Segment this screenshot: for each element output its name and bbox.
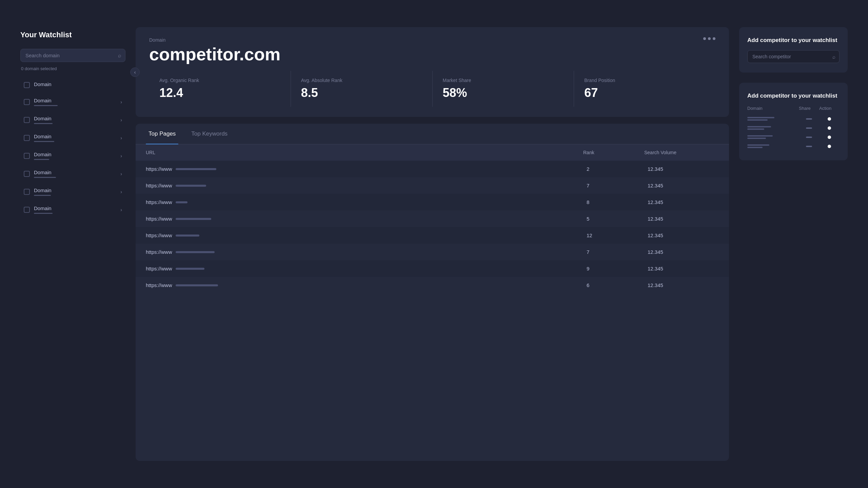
chevron-right-icon: › <box>120 99 122 105</box>
wl-action[interactable] <box>819 126 840 130</box>
stat-label: Avg. Absolute Rank <box>301 78 422 83</box>
list-item[interactable] <box>747 142 840 151</box>
url-cell: https://www <box>146 183 583 188</box>
table-row[interactable]: https://www 7 12.345 <box>136 244 729 260</box>
list-item[interactable]: Domain › <box>20 129 125 147</box>
stat-value: 67 <box>584 86 705 100</box>
domain-checkbox[interactable] <box>24 117 30 123</box>
wl-action[interactable] <box>819 136 840 139</box>
domain-bar <box>34 105 58 106</box>
domain-bar <box>34 177 56 178</box>
list-item[interactable] <box>747 123 840 133</box>
stat-absolute-rank: Avg. Absolute Rank 8.5 <box>291 71 432 107</box>
domain-info: Domain <box>34 98 116 106</box>
domain-checkbox[interactable] <box>24 189 30 195</box>
list-item[interactable]: Domain › <box>20 111 125 129</box>
domain-checkbox[interactable] <box>24 99 30 105</box>
table-row[interactable]: https://www 9 12.345 <box>136 260 729 277</box>
url-text: https://www <box>146 183 172 188</box>
table-row[interactable]: https://www 6 12.345 <box>136 277 729 293</box>
stats-row: Avg. Organic Rank 12.4 Avg. Absolute Ran… <box>149 71 715 107</box>
wl-bar <box>747 128 764 130</box>
table-row[interactable]: https://www 8 12.345 <box>136 194 729 210</box>
list-item[interactable]: Domain › <box>20 201 125 219</box>
chevron-right-icon: › <box>120 135 122 141</box>
url-text: https://www <box>146 232 172 238</box>
watchlist-card: Add competitor to your watchlist Domain … <box>739 83 848 160</box>
domain-checkbox[interactable] <box>24 135 30 141</box>
chevron-right-icon: › <box>120 171 122 177</box>
competitor-search: ⌕ <box>747 50 840 63</box>
domain-bar <box>34 159 49 160</box>
right-panel: Add competitor to your watchlist ⌕ Add c… <box>739 27 848 461</box>
action-dot <box>828 126 831 130</box>
volume-cell: 12.345 <box>644 183 719 188</box>
tab-top-pages[interactable]: Top Pages <box>146 124 178 144</box>
stat-value: 8.5 <box>301 86 422 100</box>
stat-market-share: Market Share 58% <box>432 71 574 107</box>
domain-bar <box>34 195 51 196</box>
domain-name: Domain <box>34 116 116 121</box>
dots-menu[interactable] <box>703 37 715 40</box>
volume-cell: 12.345 <box>644 166 719 172</box>
volume-cell: 12.345 <box>644 282 719 288</box>
wl-bar <box>747 138 766 139</box>
domain-name: Domain <box>34 205 116 211</box>
action-dot <box>828 117 831 121</box>
search-competitor-input[interactable] <box>747 50 840 63</box>
stat-label: Avg. Organic Rank <box>159 78 280 83</box>
table-card: Top Pages Top Keywords URL Rank Search V… <box>136 124 729 461</box>
col-rank: Rank <box>583 150 644 155</box>
sidebar-title: Your Watchlist <box>20 30 125 39</box>
stat-value: 58% <box>443 86 564 100</box>
wl-share-bar <box>806 137 812 138</box>
url-cell: https://www <box>146 232 583 238</box>
url-text: https://www <box>146 216 172 222</box>
tab-top-keywords[interactable]: Top Keywords <box>189 124 230 144</box>
domain-checkbox[interactable] <box>24 207 30 213</box>
domain-name: Domain <box>34 187 116 193</box>
search-domain-input[interactable] <box>20 49 125 62</box>
url-cell: https://www <box>146 266 583 271</box>
url-cell: https://www <box>146 166 583 172</box>
collapse-button[interactable]: ‹ <box>130 67 140 77</box>
table-row[interactable]: https://www 12 12.345 <box>136 227 729 244</box>
search-box: ⌕ <box>20 49 125 62</box>
wl-bar <box>747 126 771 127</box>
domain-name: Domain <box>34 98 116 103</box>
url-bar <box>176 284 218 286</box>
domain-name: Domain <box>34 134 116 139</box>
list-item[interactable] <box>747 114 840 123</box>
list-item[interactable]: Domain › <box>20 93 125 111</box>
wl-share <box>799 118 819 120</box>
watchlist-header: Domain Share Action <box>747 106 840 111</box>
url-cell: https://www <box>146 249 583 255</box>
wl-bar <box>747 117 774 118</box>
domain-checkbox[interactable] <box>24 153 30 159</box>
table-row[interactable]: https://www 2 12.345 <box>136 161 729 177</box>
table-row[interactable]: https://www 5 12.345 <box>136 210 729 227</box>
list-item[interactable]: Domain <box>20 77 125 93</box>
tabs-row: Top Pages Top Keywords <box>136 124 729 144</box>
list-item[interactable] <box>747 133 840 142</box>
domain-info: Domain <box>34 134 116 142</box>
list-item[interactable]: Domain › <box>20 147 125 165</box>
wl-action[interactable] <box>819 145 840 148</box>
url-text: https://www <box>146 282 172 288</box>
domain-info: Domain <box>34 169 116 178</box>
url-bar <box>176 201 188 203</box>
action-dot <box>828 145 831 148</box>
url-bar <box>176 235 199 237</box>
domain-checkbox[interactable] <box>24 171 30 177</box>
wl-action[interactable] <box>819 117 840 121</box>
wl-bar <box>747 147 763 148</box>
rank-cell: 12 <box>583 232 644 238</box>
url-text: https://www <box>146 199 172 205</box>
list-item[interactable]: Domain › <box>20 183 125 201</box>
url-bar <box>176 218 211 220</box>
domain-checkbox[interactable] <box>24 82 30 88</box>
list-item[interactable]: Domain › <box>20 165 125 183</box>
wl-share-bar <box>806 146 812 147</box>
chevron-right-icon: › <box>120 153 122 159</box>
table-row[interactable]: https://www 7 12.345 <box>136 177 729 194</box>
